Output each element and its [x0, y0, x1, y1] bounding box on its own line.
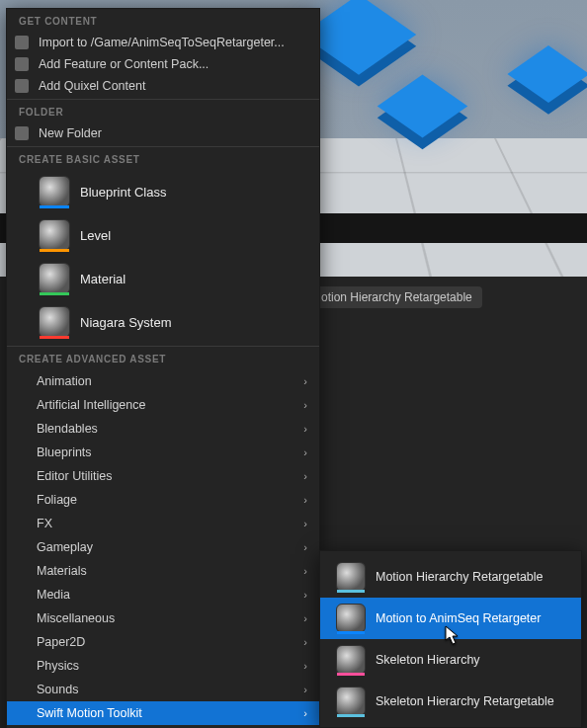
asset-item-material[interactable]: Material: [7, 257, 319, 300]
asset-item-label: Level: [80, 228, 111, 243]
adv-item-label: Materials: [37, 564, 87, 578]
adv-item-label: Blendables: [37, 422, 98, 436]
pack-icon: [15, 57, 29, 71]
chevron-right-icon: ›: [303, 446, 307, 458]
adv-item-label: Gameplay: [37, 540, 93, 554]
menu-item-label: Add Feature or Content Pack...: [39, 57, 209, 71]
chevron-right-icon: ›: [303, 470, 307, 482]
sub-item-label: Skeleton Hierarchy Retargetable: [376, 694, 554, 708]
menu-item-label: Add Quixel Content: [39, 79, 145, 93]
menu-item-new-folder[interactable]: New Folder: [7, 122, 319, 144]
adv-item-miscellaneous[interactable]: Miscellaneous›: [7, 607, 319, 630]
chevron-right-icon: ›: [303, 518, 307, 529]
chevron-right-icon: ›: [303, 660, 307, 672]
sub-item-motion-hierarchy-retargetable[interactable]: Motion Hierarchy Retargetable: [320, 556, 581, 598]
adv-item-label: Sounds: [37, 683, 78, 696]
asset-item-label: Material: [80, 272, 126, 286]
sub-item-label: Skeleton Hierarchy: [376, 653, 480, 667]
section-header-create-basic: CREATE BASIC ASSET: [7, 147, 319, 170]
data-asset-icon: [336, 687, 366, 716]
adv-item-label: Miscellaneous: [37, 611, 115, 625]
niagara-icon: [39, 306, 70, 338]
adv-item-editor-utilities[interactable]: Editor Utilities›: [7, 464, 319, 488]
adv-item-fx[interactable]: FX›: [7, 512, 319, 535]
chevron-right-icon: ›: [303, 707, 307, 719]
adv-item-label: Blueprints: [37, 445, 92, 459]
menu-item-add-quixel[interactable]: Add Quixel Content: [7, 75, 319, 97]
blueprint-class-icon: [39, 176, 70, 207]
adv-item-label: FX: [37, 517, 52, 530]
adv-item-label: Editor Utilities: [37, 469, 112, 483]
sub-item-label: Motion Hierarchy Retargetable: [376, 570, 544, 584]
chevron-right-icon: ›: [303, 494, 307, 506]
adv-item-blendables[interactable]: Blendables›: [7, 417, 319, 441]
adv-item-materials[interactable]: Materials›: [7, 559, 319, 583]
level-icon: [39, 219, 70, 251]
sub-item-skeleton-hierarchy[interactable]: Skeleton Hierarchy: [320, 639, 581, 681]
sub-item-motion-to-animseq-retargeter[interactable]: Motion to AnimSeq Retargeter: [320, 598, 581, 639]
menu-item-add-feature-pack[interactable]: Add Feature or Content Pack...: [7, 53, 319, 75]
chevron-right-icon: ›: [303, 423, 307, 435]
section-header-create-advanced: CREATE ADVANCED ASSET: [7, 347, 319, 369]
data-asset-icon: [336, 645, 366, 675]
adv-item-foliage[interactable]: Foliage›: [7, 488, 319, 512]
data-asset-icon: [336, 562, 366, 592]
chevron-right-icon: ›: [303, 589, 307, 601]
asset-item-label: Blueprint Class: [80, 185, 166, 200]
adv-item-label: Paper2D: [37, 635, 85, 649]
adv-item-animation[interactable]: Animation›: [7, 369, 319, 393]
menu-item-import[interactable]: Import to /Game/AnimSeqToSeqRetargeter..…: [7, 32, 319, 53]
menu-item-label: New Folder: [39, 126, 102, 140]
adv-item-gameplay[interactable]: Gameplay›: [7, 535, 319, 559]
adv-item-swift-motion-toolkit[interactable]: Swift Motion Toolkit›: [7, 701, 319, 725]
section-header-get-content: GET CONTENT: [7, 9, 319, 32]
swift-motion-submenu: Motion Hierarchy Retargetable Motion to …: [319, 550, 582, 728]
adv-item-label: Swift Motion Toolkit: [37, 706, 142, 720]
chevron-right-icon: ›: [303, 399, 307, 411]
adv-item-label: Media: [37, 588, 70, 602]
sub-item-label: Motion to AnimSeq Retargeter: [376, 611, 541, 625]
section-header-folder: FOLDER: [7, 100, 319, 122]
data-asset-icon: [336, 604, 366, 633]
folder-icon: [15, 126, 29, 140]
adv-item-media[interactable]: Media›: [7, 583, 319, 607]
adv-item-paper2d[interactable]: Paper2D›: [7, 630, 319, 654]
adv-item-artificial-intelligence[interactable]: Artificial Intelligence›: [7, 393, 319, 417]
chevron-right-icon: ›: [303, 636, 307, 648]
context-menu: GET CONTENT Import to /Game/AnimSeqToSeq…: [6, 8, 320, 728]
quixel-icon: [15, 79, 29, 93]
adv-item-label: Animation: [37, 374, 92, 388]
asset-item-niagara-system[interactable]: Niagara System: [7, 300, 319, 344]
chevron-right-icon: ›: [303, 612, 307, 624]
asset-item-level[interactable]: Level: [7, 213, 319, 257]
adv-item-label: Artificial Intelligence: [37, 398, 145, 412]
chevron-right-icon: ›: [303, 375, 307, 387]
advanced-asset-list: Animation› Artificial Intelligence› Blen…: [7, 369, 319, 728]
adv-item-blueprints[interactable]: Blueprints›: [7, 441, 319, 464]
adv-item-label: Foliage: [37, 493, 77, 507]
asset-type-pill: Motion Hierarchy Retargetable: [301, 286, 482, 308]
chevron-right-icon: ›: [303, 541, 307, 553]
import-icon: [15, 36, 29, 49]
chevron-right-icon: ›: [303, 684, 307, 695]
asset-item-blueprint-class[interactable]: Blueprint Class: [7, 170, 319, 213]
menu-item-label: Import to /Game/AnimSeqToSeqRetargeter..…: [39, 36, 285, 49]
chevron-right-icon: ›: [303, 565, 307, 577]
adv-item-sounds[interactable]: Sounds›: [7, 678, 319, 701]
adv-item-label: Physics: [37, 659, 79, 673]
asset-item-label: Niagara System: [80, 315, 171, 330]
sub-item-skeleton-hierarchy-retargetable[interactable]: Skeleton Hierarchy Retargetable: [320, 681, 581, 722]
material-icon: [39, 263, 70, 294]
adv-item-physics[interactable]: Physics›: [7, 654, 319, 678]
